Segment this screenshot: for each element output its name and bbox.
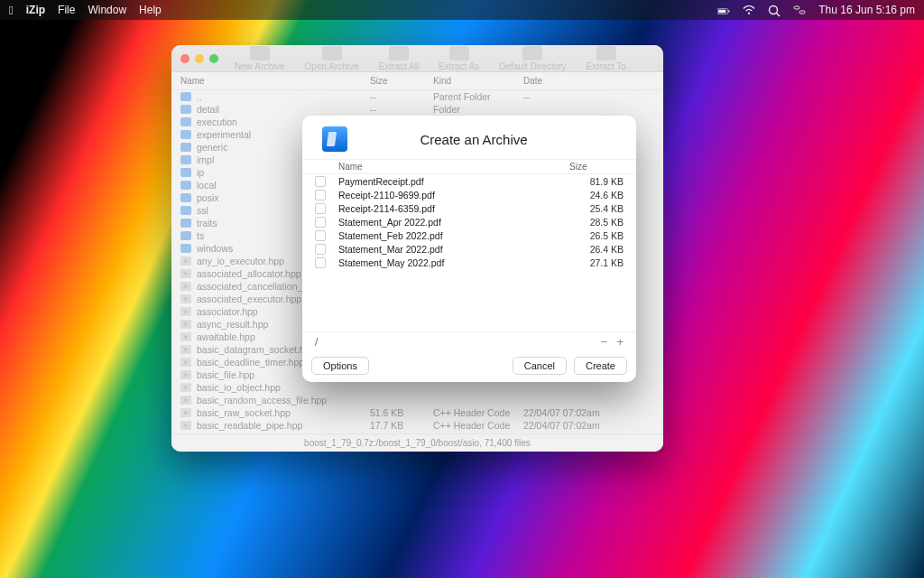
dialog-file-row[interactable]: Statement_May 2022.pdf27.1 KB bbox=[302, 256, 636, 269]
dialog-title: Create an Archive bbox=[331, 132, 616, 147]
dialog-file-name: Statement_Apr 2022.pdf bbox=[338, 217, 569, 228]
svg-rect-6 bbox=[794, 6, 799, 9]
archive-icon bbox=[322, 126, 347, 152]
wifi-icon[interactable] bbox=[743, 5, 755, 15]
menu-window[interactable]: Window bbox=[88, 4, 126, 16]
add-file-button[interactable]: + bbox=[616, 335, 624, 349]
dialog-file-row[interactable]: Statement_Mar 2022.pdf26.4 KB bbox=[302, 242, 636, 256]
svg-rect-7 bbox=[799, 11, 805, 14]
file-icon bbox=[315, 203, 326, 214]
file-icon bbox=[315, 257, 326, 268]
svg-point-3 bbox=[748, 12, 750, 14]
dlg-col-name[interactable]: Name bbox=[338, 162, 569, 172]
dialog-file-name: Statement_Feb 2022.pdf bbox=[338, 230, 569, 241]
dialog-file-row[interactable]: PaymentReceipt.pdf81.9 KB bbox=[302, 174, 636, 188]
options-button[interactable]: Options bbox=[311, 357, 369, 375]
dialog-file-name: Receipt-2114-6359.pdf bbox=[338, 203, 569, 214]
control-center-icon[interactable] bbox=[793, 5, 806, 15]
file-icon bbox=[315, 190, 326, 200]
dialog-file-list: PaymentReceipt.pdf81.9 KBReceipt-2110-96… bbox=[302, 174, 636, 331]
dialog-file-name: Receipt-2110-9699.pdf bbox=[338, 190, 569, 200]
battery-icon[interactable] bbox=[717, 5, 730, 15]
dialog-file-row[interactable]: Receipt-2110-9699.pdf24.6 KB bbox=[302, 188, 636, 201]
dialog-file-name: Statement_May 2022.pdf bbox=[338, 257, 569, 268]
remove-file-button[interactable]: − bbox=[601, 335, 608, 349]
dialog-file-size: 26.4 KB bbox=[569, 244, 624, 255]
path-field[interactable]: / bbox=[315, 336, 318, 349]
dialog-file-row[interactable]: Statement_Apr 2022.pdf28.5 KB bbox=[302, 215, 636, 228]
file-icon bbox=[315, 244, 326, 255]
dialog-file-row[interactable]: Receipt-2114-6359.pdf25.4 KB bbox=[302, 201, 636, 215]
menu-file[interactable]: File bbox=[58, 4, 75, 16]
dialog-file-size: 28.5 KB bbox=[569, 217, 624, 228]
dialog-file-size: 25.4 KB bbox=[569, 203, 624, 214]
dialog-path-row: / − + bbox=[302, 331, 636, 351]
svg-rect-2 bbox=[729, 10, 730, 12]
search-icon[interactable] bbox=[768, 5, 781, 15]
dialog-file-size: 27.1 KB bbox=[569, 257, 624, 268]
dialog-file-size: 26.5 KB bbox=[569, 230, 624, 241]
file-icon bbox=[315, 176, 326, 187]
dialog-file-name: Statement_Mar 2022.pdf bbox=[338, 244, 569, 255]
clock[interactable]: Thu 16 Jun 5:16 pm bbox=[818, 4, 915, 16]
dialog-file-row[interactable]: Statement_Feb 2022.pdf26.5 KB bbox=[302, 228, 636, 242]
create-archive-dialog: Create an Archive Name Size PaymentRecei… bbox=[302, 116, 636, 382]
menubar:  iZip File Window Help Thu 16 Jun 5:16 … bbox=[0, 0, 924, 20]
dialog-file-size: 24.6 KB bbox=[569, 190, 624, 200]
file-icon bbox=[315, 217, 326, 228]
file-icon bbox=[315, 230, 326, 241]
cancel-button[interactable]: Cancel bbox=[513, 357, 567, 375]
app-name[interactable]: iZip bbox=[26, 4, 45, 16]
dlg-col-size[interactable]: Size bbox=[569, 162, 624, 172]
dialog-column-headers[interactable]: Name Size bbox=[302, 159, 636, 174]
dialog-file-name: PaymentReceipt.pdf bbox=[338, 176, 569, 187]
create-button[interactable]: Create bbox=[574, 357, 627, 375]
apple-menu-icon[interactable]:  bbox=[9, 4, 14, 17]
dialog-file-size: 81.9 KB bbox=[569, 176, 624, 187]
svg-rect-1 bbox=[718, 10, 725, 14]
svg-point-4 bbox=[770, 6, 778, 14]
menu-help[interactable]: Help bbox=[139, 4, 162, 16]
svg-line-5 bbox=[777, 14, 781, 17]
